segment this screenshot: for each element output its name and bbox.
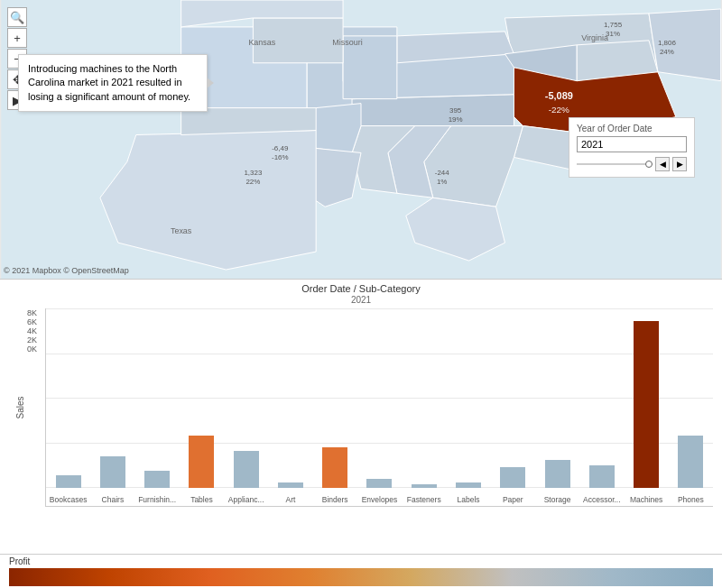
bar-group[interactable]: Art [268,308,312,488]
svg-text:31%: 31% [606,30,620,38]
y-axis: 8K6K4K2K0K [9,308,41,372]
y-tick: 0K [27,345,37,354]
bar [634,321,659,488]
bar [234,451,259,488]
bar-label: Chairs [102,495,125,504]
bar-group[interactable]: Bookcases [46,308,90,488]
map-tooltip: Introducing machines to the North Caroli… [18,54,208,112]
bar-label: Machines [630,495,662,504]
slider-prev-button[interactable]: ◀ [655,157,670,171]
bar [500,467,525,488]
bar-group[interactable]: Paper [491,308,535,488]
bar-group[interactable]: Chairs [90,308,134,488]
bar-label: Paper [503,495,523,504]
profit-section: Profit -$3,868 $334 [0,555,722,588]
svg-text:-16%: -16% [272,153,289,161]
svg-text:24%: 24% [660,48,674,56]
bar [589,465,615,488]
zoom-in-button[interactable]: + [7,28,27,48]
year-filter-label: Year of Order Date [577,124,687,133]
bar [545,460,570,488]
svg-text:1,806: 1,806 [658,39,677,47]
bar-label: Art [286,495,296,504]
bar-group[interactable]: Accessor... [579,308,624,488]
tooltip-text: Introducing machines to the North Caroli… [28,63,190,102]
bar-label: Fasteners [407,495,441,504]
year-filter-input[interactable] [577,136,687,152]
svg-text:1%: 1% [437,178,448,186]
svg-text:-22%: -22% [549,105,569,115]
year-filter: Year of Order Date ◀ ▶ [569,117,695,178]
slider-next-button[interactable]: ▶ [672,157,687,171]
bar [322,447,347,488]
bar-label: Phones [678,495,704,504]
bar-group[interactable]: Tables [180,308,224,488]
bar [366,479,392,488]
bar-group[interactable]: Furnishin... [135,308,180,488]
svg-text:Virginia: Virginia [581,33,608,42]
svg-text:19%: 19% [449,115,463,124]
bar-label: Furnishin... [138,495,176,504]
bar [678,436,703,489]
bar-label: Bookcases [50,495,88,504]
svg-text:Missouri: Missouri [332,38,362,47]
bar-label: Accessor... [583,495,621,504]
year-filter-slider[interactable] [577,163,653,165]
slider-thumb[interactable] [645,161,653,168]
bar [412,484,437,488]
profit-bar-gradient: -$3,868 $334 [9,568,713,586]
y-axis-label: Sales [15,396,25,418]
svg-text:22%: 22% [245,178,260,186]
bar [56,475,81,488]
bar-group[interactable]: Applianc... [224,308,268,488]
bar [100,456,125,488]
profit-bar-container: -$3,868 $334 [9,568,713,586]
bar-label: Envelopes [362,495,398,504]
bar-group[interactable]: Binders [313,308,357,488]
bar-group[interactable]: Machines [624,308,668,488]
bar-group[interactable]: Fasteners [402,308,446,488]
profit-label: Profit [9,556,713,566]
bar-group[interactable]: Labels [446,308,490,488]
map-section: -5,089 -22% Kansas Missouri Virginia Tex… [0,0,722,280]
chart-area: 8K6K4K2K0K Sales BookcasesChairsFurnishi… [9,308,713,507]
svg-text:1,323: 1,323 [244,169,263,177]
bar-group[interactable]: Storage [535,308,579,488]
bar [189,436,214,489]
tooltip-arrow [207,78,214,88]
bar-label: Applianc... [228,495,264,504]
bars-container: BookcasesChairsFurnishin...TablesApplian… [45,308,713,507]
bar-label: Labels [457,495,479,504]
bar [144,471,170,489]
svg-text:1,755: 1,755 [604,21,623,29]
svg-text:-6,49: -6,49 [272,144,289,152]
chart-section: Order Date / Sub-Category 2021 8K6K4K2K0… [0,280,722,555]
y-tick: 2K [27,335,37,345]
map-copyright: © 2021 Mapbox © OpenStreetMap [4,266,129,275]
svg-text:Kansas: Kansas [248,38,275,47]
svg-text:-5,089: -5,089 [545,90,573,101]
bar-label: Binders [322,495,348,504]
bar-label: Storage [544,495,571,504]
bar-group[interactable]: Envelopes [357,308,402,488]
y-tick: 4K [27,326,37,335]
svg-text:Texas: Texas [171,226,192,235]
search-button[interactable]: 🔍 [7,7,27,27]
bar [278,482,303,488]
bar-group[interactable]: Phones [669,308,713,488]
svg-text:395: 395 [449,106,462,115]
svg-text:-244: -244 [435,169,450,177]
bar-label: Tables [190,495,213,504]
chart-title: Order Date / Sub-Category [9,283,713,294]
y-tick: 8K [27,308,37,317]
chart-subtitle: 2021 [9,295,713,305]
y-tick: 6K [27,317,37,326]
bar [456,482,481,488]
year-filter-slider-row: ◀ ▶ [577,157,687,171]
